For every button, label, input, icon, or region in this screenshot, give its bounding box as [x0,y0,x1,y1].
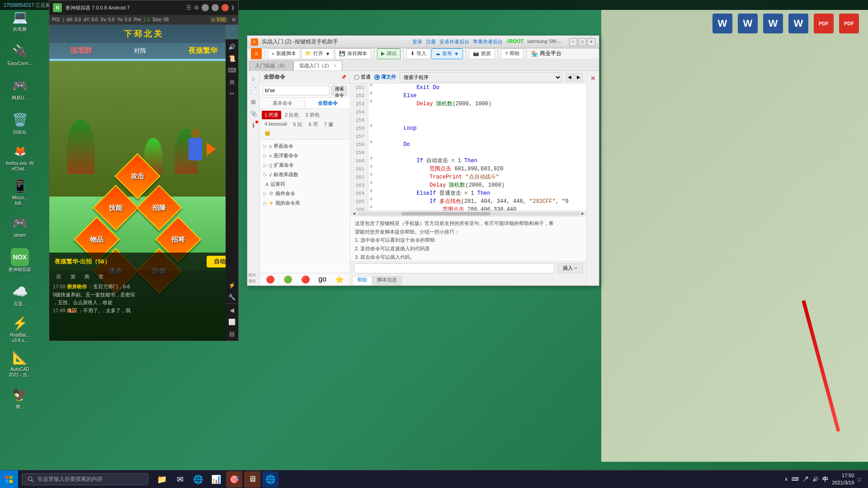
new-script-btn[interactable]: + 新建脚本 [268,48,300,59]
cat-tab-7[interactable]: 7 遍 [321,120,336,129]
tree-item-ui[interactable]: ▷ ≡ 界面命令 [260,141,350,151]
taskbar-icon-browser[interactable]: 🌐 [190,471,206,488]
subprogram-select[interactable]: 搜索子程序 [400,72,562,82]
nox-tool-script[interactable]: 📜 [226,53,237,64]
cmd-panel-pin[interactable]: 📌 [341,75,346,80]
tray-keyboard-icon[interactable]: ⌨ [792,476,799,482]
cat-tab-3[interactable]: 3 碧色 [302,111,322,119]
h-scroll-area[interactable]: ◀ ▶ [350,211,586,216]
tree-item-float[interactable]: ▷ ≡ 悬浮窗命令 [260,151,350,160]
cat-tab-6[interactable]: 6 币 [306,120,321,129]
nox-tool-cut[interactable]: ✂ [226,88,237,99]
nox-tool-grid[interactable]: ⊞ [226,76,237,87]
bottom-tab-help[interactable]: 帮助 [352,276,372,285]
tree-item-plugins[interactable]: ▷ ⚙ 插件命令 [260,189,350,198]
desktop-icon-easyconn[interactable]: 🔌 EasyConn... [4,38,36,70]
cmd-type-all[interactable]: 全部命令 [305,98,350,108]
chat-tab-pai[interactable]: 派 [67,272,79,281]
word-icon-1[interactable]: W [712,14,732,33]
sidebar-icon-home[interactable]: ⌂ [248,73,259,84]
tray-mic-icon[interactable]: 🎤 [802,476,809,482]
general-btn-wrap[interactable]: 招将 [162,223,194,256]
start-button[interactable] [0,470,18,488]
cat-tab-4[interactable]: 4 bisexual [262,120,290,129]
tab-practice[interactable]: 实战入门（2） × [293,61,342,70]
sidebar-icon-attach[interactable]: 📎 [248,108,259,119]
tray-notification-icon[interactable]: □ [858,477,861,482]
bottom-tab-info[interactable]: 脚本信息 [372,276,402,285]
word-icon-3[interactable]: W [763,14,783,33]
skill-btn-wrap[interactable]: 技能 [99,192,132,224]
nox-tool-menu[interactable]: ▤ [226,328,237,339]
menu-ios[interactable]: 苹果作者后台 [473,38,503,45]
nox-expand-icon[interactable]: ⟫ [231,5,235,11]
nox-resize-btn[interactable]: □ [212,4,219,11]
tray-expand-icon[interactable]: ∧ [784,476,788,482]
nav-next[interactable]: ▶ [575,73,583,81]
tray-speaker-icon[interactable]: 🔊 [812,476,819,482]
word-icon-4[interactable]: W [788,14,808,33]
taskbar-icon-app2[interactable]: 🖥 [244,471,260,488]
cat-tab-emoji[interactable]: 😊 [262,130,274,137]
insert-btn[interactable]: 插入→ [558,263,583,273]
main-menu-icon[interactable]: ≡ [251,48,262,59]
desktop-icon-teng[interactable]: 🦅 腾... [4,381,36,414]
sidebar-icon-info[interactable]: ℹ [248,120,259,131]
cmd-search-input[interactable] [263,85,330,95]
taskbar-icon-app1[interactable]: 🎯 [226,471,242,488]
cmd-type-basic[interactable]: 基本命令 [260,98,305,108]
publish-btn[interactable]: ☁ 发布 ▼ [431,48,463,59]
cmd-icon-green1[interactable]: 🟢 [283,275,292,284]
code-editor-main[interactable]: 151 Exit Do 152 Else 153 Delay 随机数(2000,… [350,84,586,211]
h-scroll-right[interactable]: ▶ [580,211,585,216]
menu-android[interactable]: 安卓作者后台 [439,38,469,45]
run-btn[interactable]: ▶ 调试 [377,48,401,59]
cat-tab-2[interactable]: 2 比色 [282,111,302,119]
insert-input[interactable] [354,263,554,273]
nav-prev[interactable]: ◀ [566,73,574,81]
cmd-search-btn[interactable]: 搜索命令 [331,85,347,95]
recruit-btn-wrap[interactable]: 招降 [143,192,175,224]
taskbar-icon-app3[interactable]: 🌐 [262,471,278,488]
nox-tool-volume[interactable]: 🔊 [226,41,237,52]
desktop-icon-nox[interactable]: NOX 夜神模拟器 [4,244,36,277]
sidebar-icon-props[interactable]: 脚本属性 [248,273,259,284]
desktop-icon-huifang[interactable]: 🗑️ 回收站 [4,107,36,139]
tree-item-ops[interactable]: A 运算符 [260,179,350,189]
open-btn[interactable]: 📁 打开 ▼ [301,48,334,59]
cat-tab-1[interactable]: 1 闭塞 [262,111,281,119]
chat-tab-shi[interactable]: 世 [95,272,107,281]
desktop-icon-realbal[interactable]: ⚡ RealBal...v3.8.x... [4,313,36,345]
radio-normal[interactable]: 普通 [354,74,371,80]
tab-close-btn[interactable]: × [334,63,336,68]
sidebar-icon-grid[interactable]: ⊞ [248,96,259,107]
nox-settings-icon[interactable]: ⚙ [194,5,199,11]
nox-tool-macro[interactable]: ⚡ [226,280,237,291]
h-scroll-left[interactable]: ◀ [351,211,357,216]
script-close-btn[interactable]: × [587,38,595,46]
tray-lang[interactable]: 中 [822,475,828,483]
nox-tool-home[interactable]: ⬜ [226,316,237,327]
taskbar-search-box[interactable]: 在这里输入你要搜索的内容 [22,473,148,485]
cmd-icon-red2[interactable]: 🔴 [301,275,310,284]
notif-link1[interactable]: 17030054217 [4,2,34,8]
menu-login[interactable]: 登录 [412,38,422,45]
tree-item-mylib[interactable]: ▷ ★ 我的命令库 [260,198,350,208]
script-minimize-btn[interactable]: − [569,38,577,46]
shop-btn-wrap[interactable]: 🏪 商业平台 [531,50,561,57]
desktop-icon-firefox[interactable]: 🦊 firefox.exe -WeChat... [4,141,36,174]
nox-close-btn[interactable]: × [222,4,229,11]
h-scroll-thumb[interactable] [401,212,491,216]
tab-intro[interactable]: 入门实战（3） [249,61,293,70]
desktop-icon-steam[interactable]: 🎮 steam [4,210,36,242]
taskbar-icon-excel[interactable]: 📊 [208,471,224,488]
taskbar-icon-mail[interactable]: ✉ [172,471,188,488]
tree-item-ext[interactable]: ▷ {} 扩展命令 [260,160,350,170]
pdf-icon-2[interactable]: PDF [839,14,859,33]
attack-btn-wrap[interactable]: 攻击 [121,160,154,192]
pdf-icon-1[interactable]: PDF [814,14,834,33]
save-btn[interactable]: 💾 保存脚本 [335,48,371,59]
cat-tab-5[interactable]: 5 比 [291,120,305,129]
chat-tab-shang[interactable]: 商 [81,272,93,281]
nox-tool-keyboard[interactable]: ⌨ [226,65,237,75]
